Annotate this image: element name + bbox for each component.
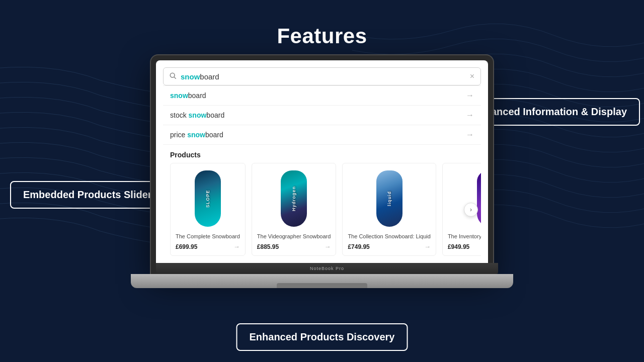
snowboard-visual: PARK bbox=[477, 170, 481, 227]
suggestion-arrow-icon: → bbox=[466, 130, 474, 139]
laptop-base bbox=[131, 274, 513, 288]
product-card[interactable]: Hydrogen The Videographer Snowboard £885… bbox=[252, 163, 337, 256]
product-image: liquid bbox=[364, 168, 415, 229]
search-close-button[interactable]: × bbox=[470, 72, 474, 81]
search-bar[interactable]: snowboard × bbox=[163, 67, 481, 85]
search-rest: board bbox=[200, 72, 219, 81]
product-link-arrow: → bbox=[424, 243, 431, 250]
snowboard-visual: Hydrogen bbox=[281, 170, 307, 227]
search-highlight: snow bbox=[181, 72, 200, 81]
search-query: snowboard bbox=[181, 72, 470, 81]
slider-next-button[interactable]: › bbox=[464, 203, 478, 217]
laptop-screen-inner: snowboard × snowboard → stock snowboard bbox=[156, 60, 488, 263]
laptop-mockup: snowboard × snowboard → stock snowboard bbox=[141, 55, 503, 288]
screen-content: snowboard × snowboard → stock snowboard bbox=[156, 60, 488, 263]
suggestion-arrow-icon: → bbox=[466, 91, 474, 100]
product-price: £749.95 bbox=[348, 243, 369, 250]
snowboard-visual: SLOPE bbox=[195, 170, 221, 227]
product-card[interactable]: liquid The Collection Snowboard: Liquid … bbox=[342, 163, 436, 256]
page-title: Features bbox=[277, 24, 367, 48]
laptop-bottom-bar: NoteBook Pro bbox=[156, 263, 498, 274]
suggestion-text: snowboard bbox=[170, 92, 206, 100]
laptop-notch bbox=[277, 283, 367, 288]
suggestion-item[interactable]: stock snowboard → bbox=[163, 106, 481, 125]
product-price-row: £749.95 → bbox=[348, 243, 431, 250]
enhanced-discovery-label: Enhanced Products Discovery bbox=[236, 323, 408, 351]
product-price: £699.95 bbox=[176, 243, 197, 250]
products-slider: SLOPE The Complete Snowboard £699.95 → H… bbox=[163, 163, 481, 256]
product-image: Hydrogen bbox=[269, 168, 319, 229]
suggestion-item[interactable]: price snowboard → bbox=[163, 125, 481, 145]
product-image: PARK bbox=[465, 168, 481, 229]
search-icon bbox=[170, 72, 177, 81]
suggestion-text: price snowboard bbox=[170, 131, 223, 139]
product-price: £949.95 bbox=[448, 243, 469, 250]
product-link-arrow: → bbox=[324, 243, 331, 250]
snowboard-visual: liquid bbox=[376, 170, 403, 227]
product-price-row: £949.95 → bbox=[448, 243, 481, 250]
svg-line-1 bbox=[174, 77, 176, 78]
suggestion-item[interactable]: snowboard → bbox=[163, 86, 481, 106]
suggestion-text: stock snowboard bbox=[170, 111, 224, 119]
product-card[interactable]: SLOPE The Complete Snowboard £699.95 → bbox=[170, 163, 246, 256]
product-name: The Complete Snowboard bbox=[176, 233, 240, 240]
product-name: The Videographer Snowboard bbox=[257, 233, 331, 240]
product-price-row: £699.95 → bbox=[176, 243, 240, 250]
product-price: £885.95 bbox=[257, 243, 279, 250]
suggestion-arrow-icon: → bbox=[466, 111, 474, 120]
product-image: SLOPE bbox=[183, 168, 233, 229]
product-link-arrow: → bbox=[233, 243, 240, 250]
product-price-row: £885.95 → bbox=[257, 243, 331, 250]
suggestion-list: snowboard → stock snowboard → price snow… bbox=[163, 85, 481, 145]
laptop-brand: NoteBook Pro bbox=[310, 266, 344, 271]
product-name: The Inventory Not Tr... Snowboard bbox=[448, 233, 481, 240]
product-name: The Collection Snowboard: Liquid bbox=[348, 233, 431, 240]
laptop-screen-outer: snowboard × snowboard → stock snowboard bbox=[151, 55, 493, 274]
products-section-label: Products bbox=[163, 145, 481, 163]
